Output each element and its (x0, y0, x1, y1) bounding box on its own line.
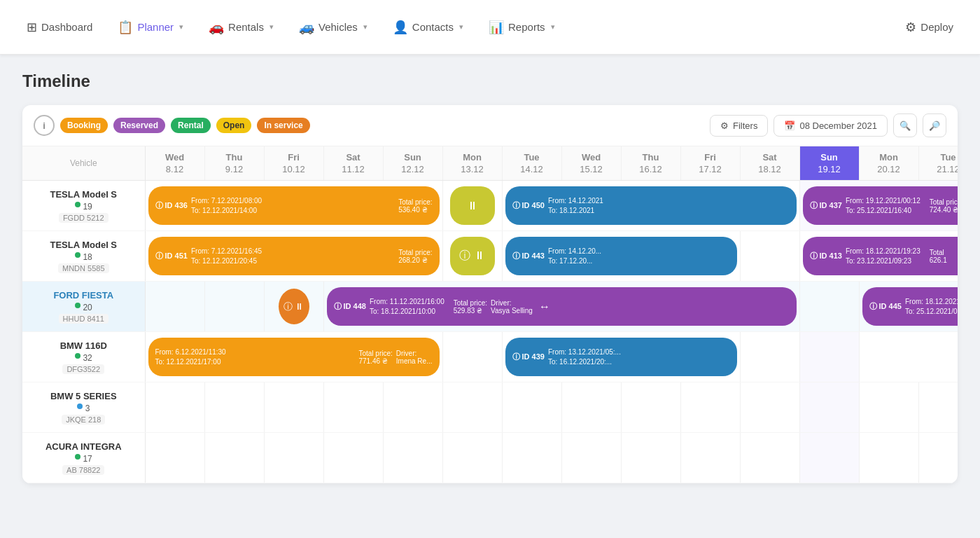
day-cell (680, 433, 740, 483)
day-cell: ⓘ ID 443 From: 14.12.20...To: 17.12.20..… (502, 231, 740, 282)
vehicle-dot (75, 202, 80, 207)
vehicle-name: BMW 116D (28, 340, 139, 351)
day-cell: ⓘ ID 439 From: 13.12.2021/05:...To: 16.1… (502, 332, 740, 382)
day-cell (740, 332, 799, 382)
day-cell: ⓘ ⏸ (442, 231, 502, 282)
nav-contacts[interactable]: 👤 Contacts ▾ (383, 14, 473, 41)
page-content: Timeline i Booking Reserved Rental Open … (0, 55, 980, 500)
day-cell (502, 433, 561, 483)
day-cell (680, 382, 740, 433)
vehicle-cell-bmw116d: BMW 116D 32 DFG3522 (22, 332, 145, 382)
day-cell (204, 282, 264, 332)
vehicle-cell-ford20: FORD FIESTA 20 HHUD 8411 (22, 282, 145, 332)
day-cell (145, 433, 204, 483)
nav-deploy-label: Deploy (920, 21, 953, 33)
nav-dashboard[interactable]: ⊞ Dashboard (17, 14, 102, 41)
nav-contacts-label: Contacts (412, 21, 454, 33)
col-tue-14: Tue14.12 (502, 146, 561, 181)
info-button[interactable]: i (34, 115, 55, 136)
table-row: ACURA INTEGRA 17 AB 78822 (22, 433, 958, 483)
booking-bar-439[interactable]: ⓘ ID 439 From: 13.12.2021/05:...To: 16.1… (505, 338, 737, 376)
col-wed-15: Wed15.12 (561, 146, 621, 181)
vehicle-dot (75, 252, 80, 258)
day-cell (383, 433, 442, 483)
table-row: TESLA Model S 18 MNDN 5585 ⓘ ID 451 From… (22, 231, 958, 282)
col-fri-10: Fri10.12 (264, 146, 323, 181)
col-thu-9: Thu9.12 (204, 146, 264, 181)
day-cell: ⓘ ID 436 From: 7.12.2021/08:00To: 12.12.… (145, 181, 442, 231)
booking-bar-bmw1[interactable]: From: 6.12.2021/11:30To: 12.12.2021/17:0… (148, 338, 440, 376)
nav-vehicles[interactable]: 🚙 Vehicles ▾ (289, 14, 377, 41)
timeline-table: Vehicle Wed8.12 Thu9.12 Fri10.12 Sat11.1… (22, 146, 958, 483)
day-cell (740, 231, 799, 282)
vehicle-dot (75, 303, 80, 308)
booking-bar-437[interactable]: ⓘ ID 437 From: 19.12.2021/00:12To: 25.12… (803, 186, 958, 225)
search-icon: 🔍 (899, 120, 911, 131)
day-cell-today (799, 433, 859, 483)
table-row: BMW 5 SERIES 3 JKQE 218 (22, 382, 958, 433)
nav-planner[interactable]: 📋 Planner ▾ (108, 14, 193, 41)
day-cell (740, 382, 799, 433)
vehicle-plate: MNDN 5585 (58, 263, 109, 273)
day-cell: ⓘ ID 451 From: 7.12.2021/16:45To: 12.12.… (145, 231, 442, 282)
day-cell (740, 433, 799, 483)
day-cell (204, 382, 264, 433)
col-fri-17: Fri17.12 (680, 146, 740, 181)
chevron-down-icon: ▾ (270, 22, 274, 32)
booking-bar-451[interactable]: ⓘ ID 451 From: 7.12.2021/16:45To: 12.12.… (148, 237, 440, 275)
day-cell: ⓘ ⏸ (264, 282, 323, 332)
day-cell-today (799, 282, 859, 332)
vehicle-plate: HHUD 8411 (59, 314, 108, 324)
pause-bar-2[interactable]: ⓘ ⏸ (450, 237, 495, 275)
day-cell: ⏸ (442, 181, 502, 231)
day-cell (621, 382, 680, 433)
day-cell: ⓘ ID 450 From: 14.12.2021To: 18.12.2021 (502, 181, 799, 231)
pause-bar[interactable]: ⏸ (450, 186, 495, 225)
day-cell (442, 332, 502, 382)
badge-reserved: Reserved (113, 118, 165, 133)
reports-icon: 📊 (489, 20, 504, 35)
day-cell (442, 382, 502, 433)
day-cell (383, 382, 442, 433)
nav-vehicles-label: Vehicles (318, 21, 358, 33)
calendar-icon: 📅 (784, 120, 795, 131)
date-picker-button[interactable]: 📅 08 December 2021 (774, 115, 888, 137)
nav-reports[interactable]: 📊 Reports ▾ (479, 14, 565, 41)
badge-booking: Booking (60, 118, 108, 133)
nav-dashboard-label: Dashboard (41, 21, 92, 33)
booking-bar-443[interactable]: ⓘ ID 443 From: 14.12.20...To: 17.12.20..… (505, 237, 737, 275)
nav-deploy[interactable]: ⚙ Deploy (895, 14, 963, 41)
col-sun-12: Sun12.12 (383, 146, 442, 181)
vehicle-plate: FGDD 5212 (59, 213, 108, 223)
booking-bar-445[interactable]: ⓘ ID 445 From: 18.12.2021/20:51To: 25.12… (862, 287, 958, 326)
day-cell (918, 433, 958, 483)
day-cell (323, 382, 383, 433)
day-cell: ⓘ ID 413 From: 18.12.2021/19:23To: 23.12… (799, 231, 958, 282)
page-title: Timeline (22, 71, 958, 91)
col-tue-21: Tue21.12 (918, 146, 958, 181)
day-cell: From: 6.12.2021/11:30To: 12.12.2021/17:0… (145, 332, 442, 382)
planner-icon: 📋 (118, 20, 133, 35)
col-mon-13: Mon13.12 (442, 146, 502, 181)
badge-inservice: In service (257, 118, 309, 133)
chevron-down-icon: ▾ (363, 22, 368, 32)
day-cell (502, 382, 561, 433)
search-button-2[interactable]: 🔎 (923, 113, 946, 137)
day-cell (561, 382, 621, 433)
nav-planner-label: Planner (137, 21, 174, 33)
booking-bar-450[interactable]: ⓘ ID 450 From: 14.12.2021To: 18.12.2021 (505, 186, 797, 225)
pause-circle-bar[interactable]: ⓘ ⏸ (279, 289, 309, 324)
vehicle-name: BMW 5 SERIES (28, 391, 139, 401)
booking-bar-448[interactable]: ⓘ ID 448 From: 11.12.2021/16:00To: 18.12… (327, 287, 797, 326)
vehicle-column-header: Vehicle (22, 146, 145, 181)
vehicle-name: TESLA Model S (28, 189, 139, 200)
filters-button[interactable]: ⚙ Filters (710, 115, 768, 137)
booking-bar-413[interactable]: ⓘ ID 413 From: 18.12.2021/19:23To: 23.12… (803, 237, 958, 275)
booking-bar-436[interactable]: ⓘ ID 436 From: 7.12.2021/08:00To: 12.12.… (148, 186, 440, 225)
day-cell (323, 433, 383, 483)
search-button[interactable]: 🔍 (893, 113, 917, 137)
timeline-grid: Vehicle Wed8.12 Thu9.12 Fri10.12 Sat11.1… (22, 146, 958, 483)
nav-rentals[interactable]: 🚗 Rentals ▾ (199, 14, 284, 41)
col-sat-18: Sat18.12 (740, 146, 799, 181)
col-thu-16: Thu16.12 (621, 146, 680, 181)
